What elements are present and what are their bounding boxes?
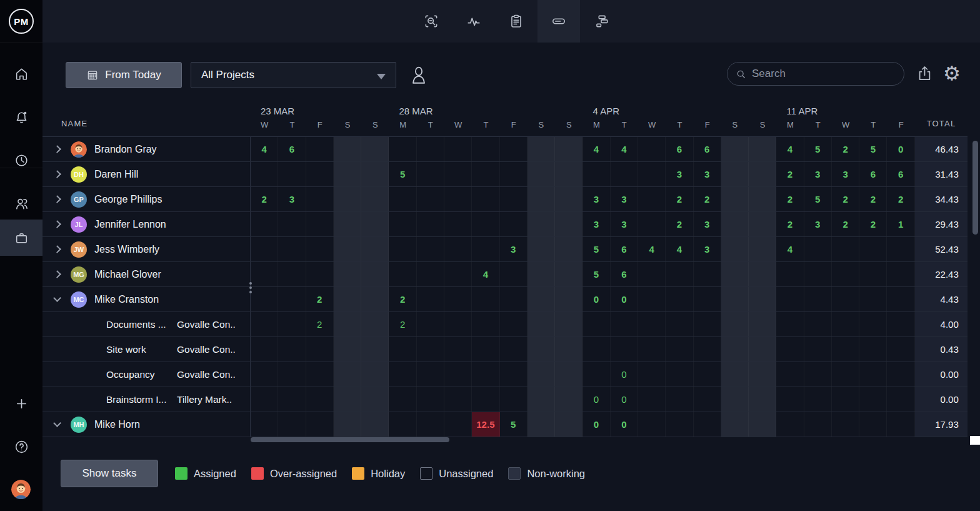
day-cell[interactable] — [334, 387, 361, 412]
day-cell[interactable] — [528, 162, 555, 186]
day-cell[interactable] — [278, 262, 306, 286]
tab-workload[interactable] — [538, 0, 580, 43]
person-name-cell[interactable]: MGMichael Glover — [42, 262, 251, 286]
day-cell[interactable] — [749, 187, 776, 211]
day-cell[interactable]: 3 — [694, 162, 721, 186]
day-cell[interactable] — [334, 412, 361, 437]
day-cell[interactable] — [721, 237, 749, 261]
sidebar-item-help[interactable] — [0, 428, 42, 465]
day-cell[interactable] — [334, 212, 361, 236]
export-button[interactable] — [914, 61, 935, 85]
day-cell[interactable] — [555, 412, 582, 437]
day-cell[interactable] — [306, 387, 334, 412]
day-cell[interactable] — [472, 212, 499, 236]
day-cell[interactable] — [638, 312, 666, 336]
day-cell[interactable]: 5 — [804, 187, 832, 211]
person-name-cell[interactable]: JLJennifer Lennon — [42, 212, 251, 236]
day-cell[interactable]: 0 — [611, 287, 638, 311]
day-cell[interactable] — [694, 287, 721, 311]
day-cell[interactable]: 4 — [666, 237, 693, 261]
day-cell[interactable] — [832, 412, 859, 437]
day-cell[interactable]: 2 — [306, 287, 334, 311]
day-cell[interactable] — [472, 312, 499, 336]
day-cell[interactable] — [832, 312, 859, 336]
day-cell[interactable] — [389, 262, 416, 286]
day-cell[interactable]: 2 — [832, 137, 859, 161]
day-cell[interactable] — [472, 387, 499, 412]
day-cell[interactable]: 2 — [666, 212, 693, 236]
day-cell[interactable] — [334, 362, 361, 387]
day-cell[interactable] — [306, 362, 334, 387]
day-cell[interactable] — [638, 412, 666, 437]
day-cell[interactable] — [832, 387, 859, 412]
day-cell[interactable] — [500, 387, 528, 412]
day-cell[interactable] — [472, 237, 499, 261]
chevron-right-icon[interactable] — [53, 170, 61, 178]
day-cell[interactable] — [472, 162, 499, 186]
day-cell[interactable] — [582, 337, 610, 362]
day-cell[interactable] — [555, 362, 582, 387]
day-cell[interactable] — [444, 137, 472, 161]
day-cell[interactable] — [361, 387, 389, 412]
day-cell[interactable] — [776, 312, 804, 336]
day-cell[interactable] — [749, 262, 776, 286]
day-cell[interactable] — [278, 237, 306, 261]
day-cell[interactable] — [251, 237, 278, 261]
day-cell[interactable] — [361, 312, 389, 336]
assignee-filter-button[interactable] — [408, 63, 430, 87]
day-cell[interactable] — [832, 262, 859, 286]
day-cell[interactable]: 0 — [611, 387, 638, 412]
day-cell[interactable] — [472, 137, 499, 161]
day-cell[interactable]: 1 — [887, 212, 914, 236]
day-cell[interactable] — [361, 287, 389, 311]
day-cell[interactable] — [444, 312, 472, 336]
day-cell[interactable] — [749, 362, 776, 387]
day-cell[interactable] — [251, 312, 278, 336]
day-cell[interactable] — [832, 237, 859, 261]
day-cell[interactable]: 5 — [859, 137, 887, 161]
sidebar-item-briefcase[interactable] — [0, 220, 42, 256]
day-cell[interactable] — [859, 287, 887, 311]
sidebar-item-team[interactable] — [0, 185, 42, 221]
day-cell[interactable] — [859, 412, 887, 437]
day-cell[interactable]: 2 — [832, 212, 859, 236]
day-cell[interactable] — [528, 287, 555, 311]
day-cell[interactable]: 6 — [611, 262, 638, 286]
day-cell[interactable] — [776, 387, 804, 412]
day-cell[interactable]: 3 — [582, 212, 610, 236]
day-cell[interactable] — [528, 387, 555, 412]
day-cell[interactable] — [721, 312, 749, 336]
day-cell[interactable] — [417, 387, 444, 412]
day-cell[interactable]: 2 — [389, 287, 416, 311]
tab-activity[interactable] — [452, 0, 495, 43]
day-cell[interactable] — [638, 287, 666, 311]
day-cell[interactable] — [528, 237, 555, 261]
day-cell[interactable] — [444, 362, 472, 387]
day-cell[interactable]: 0 — [582, 387, 610, 412]
day-cell[interactable] — [582, 312, 610, 336]
day-cell[interactable] — [859, 362, 887, 387]
day-cell[interactable] — [444, 187, 472, 211]
day-cell[interactable] — [859, 237, 887, 261]
day-cell[interactable] — [666, 312, 693, 336]
day-cell[interactable]: 5 — [582, 237, 610, 261]
day-cell[interactable]: 2 — [832, 187, 859, 211]
tab-workflow[interactable] — [580, 0, 622, 43]
day-cell[interactable] — [555, 162, 582, 186]
day-cell[interactable] — [334, 137, 361, 161]
day-cell[interactable] — [306, 237, 334, 261]
day-cell[interactable] — [528, 362, 555, 387]
day-cell[interactable] — [278, 337, 306, 362]
day-cell[interactable] — [334, 262, 361, 286]
day-cell[interactable] — [251, 387, 278, 412]
day-cell[interactable]: 4 — [472, 262, 499, 286]
day-cell[interactable]: 4 — [611, 137, 638, 161]
settings-button[interactable]: ⚙ — [941, 61, 962, 85]
day-cell[interactable]: 4 — [251, 137, 278, 161]
day-cell[interactable]: 0 — [582, 412, 610, 437]
day-cell[interactable] — [361, 262, 389, 286]
day-cell[interactable]: 2 — [859, 187, 887, 211]
day-cell[interactable] — [444, 212, 472, 236]
day-cell[interactable]: 2 — [306, 312, 334, 336]
day-cell[interactable] — [306, 212, 334, 236]
